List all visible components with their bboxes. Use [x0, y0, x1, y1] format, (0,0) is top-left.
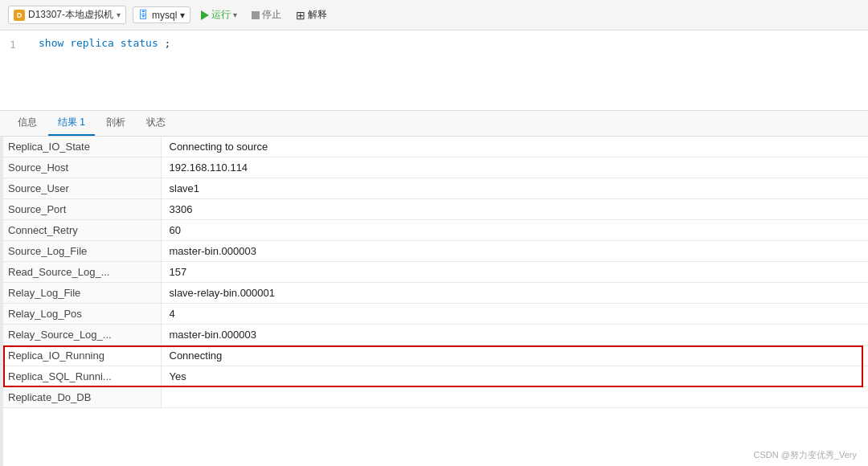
field-value: Connecting	[161, 345, 868, 366]
table-row: Relay_Log_Pos4	[0, 304, 868, 325]
connection-label: D13307-本地虚拟机	[28, 8, 113, 22]
field-value: 3306	[161, 199, 868, 220]
keyword-status: status	[121, 37, 158, 49]
field-name: Source_Host	[0, 157, 161, 178]
field-value: master-bin.000003	[161, 325, 868, 345]
main-container: D D13307-本地虚拟机 ▾ 🗄 mysql ▾ 运行 ▾ 停止 ⊞ 解释 …	[0, 0, 868, 466]
field-name: Source_User	[0, 178, 161, 199]
database-chevron-icon: ▾	[180, 10, 185, 21]
keyword-show: show	[39, 37, 63, 49]
table-row: Source_Log_Filemaster-bin.000003	[0, 241, 868, 262]
connection-selector[interactable]: D D13307-本地虚拟机 ▾	[8, 6, 126, 24]
left-scroll-indicator	[0, 137, 3, 466]
run-label: 运行	[211, 8, 231, 22]
editor-area[interactable]: 1 show replica status ;	[0, 31, 868, 111]
run-dropdown-icon: ▾	[233, 10, 237, 19]
table-row: Relay_Source_Log_...master-bin.000003	[0, 325, 868, 345]
explain-button[interactable]: ⊞ 解释	[292, 6, 331, 23]
field-value: master-bin.000003	[161, 241, 868, 262]
code-editor[interactable]: show replica status ;	[39, 37, 170, 49]
field-name: Relay_Log_File	[0, 283, 161, 304]
field-value: 157	[161, 262, 868, 283]
table-row: Replica_IO_RunningConnecting	[0, 345, 868, 366]
explain-label: 解释	[308, 8, 327, 22]
tab-info[interactable]: 信息	[8, 111, 47, 136]
database-label: mysql	[152, 10, 177, 21]
code-semicolon: ;	[165, 37, 171, 49]
watermark: CSDN @努力变优秀_Very	[753, 449, 857, 461]
field-name: Relay_Log_Pos	[0, 304, 161, 325]
toolbar: D D13307-本地虚拟机 ▾ 🗄 mysql ▾ 运行 ▾ 停止 ⊞ 解释	[0, 0, 868, 31]
database-selector[interactable]: 🗄 mysql ▾	[133, 6, 190, 23]
table-row: Replica_IO_StateConnecting to source	[0, 137, 868, 157]
field-value	[161, 387, 868, 408]
run-button[interactable]: 运行 ▾	[197, 6, 241, 23]
field-name: Replica_IO_Running	[0, 345, 161, 366]
result-tabs: 信息 结果 1 剖析 状态	[0, 111, 868, 137]
table-row: Source_Host192.168.110.114	[0, 157, 868, 178]
field-value: slave1	[161, 178, 868, 199]
field-value: 192.168.110.114	[161, 157, 868, 178]
tab-status[interactable]: 状态	[137, 111, 175, 136]
explain-icon: ⊞	[296, 9, 305, 22]
results-table: Replica_IO_StateConnecting to sourceSour…	[0, 137, 868, 408]
field-name: Source_Log_File	[0, 241, 161, 262]
connection-chevron-icon: ▾	[117, 10, 121, 19]
table-row: Connect_Retry60	[0, 220, 868, 241]
table-row: Source_Port3306	[0, 199, 868, 220]
field-name: Connect_Retry	[0, 220, 161, 241]
table-row: Source_Userslave1	[0, 178, 868, 199]
table-row: Replicate_Do_DB	[0, 387, 868, 408]
table-row: Relay_Log_Fileslave-relay-bin.000001	[0, 283, 868, 304]
field-value: slave-relay-bin.000001	[161, 283, 868, 304]
field-name: Source_Port	[0, 199, 161, 220]
field-name: Replica_SQL_Runni...	[0, 366, 161, 387]
field-value: Yes	[161, 366, 868, 387]
stop-label: 停止	[262, 8, 281, 22]
field-name: Read_Source_Log_...	[0, 262, 161, 283]
tab-result1[interactable]: 结果 1	[48, 111, 95, 136]
results-container[interactable]: Replica_IO_StateConnecting to sourceSour…	[0, 137, 868, 466]
field-name: Replica_IO_State	[0, 137, 161, 157]
field-name: Replicate_Do_DB	[0, 387, 161, 408]
keyword-replica: replica	[70, 37, 114, 49]
database-icon: 🗄	[138, 9, 149, 21]
table-row: Read_Source_Log_...157	[0, 262, 868, 283]
field-value: Connecting to source	[161, 137, 868, 157]
field-name: Relay_Source_Log_...	[0, 325, 161, 345]
tab-analyze[interactable]: 剖析	[96, 111, 135, 136]
connection-icon: D	[14, 10, 25, 21]
field-value: 4	[161, 304, 868, 325]
line-number: 1	[10, 37, 26, 51]
table-row: Replica_SQL_Runni...Yes	[0, 366, 868, 387]
field-value: 60	[161, 220, 868, 241]
stop-icon	[252, 11, 260, 19]
stop-button[interactable]: 停止	[248, 6, 285, 23]
play-icon	[201, 10, 209, 20]
